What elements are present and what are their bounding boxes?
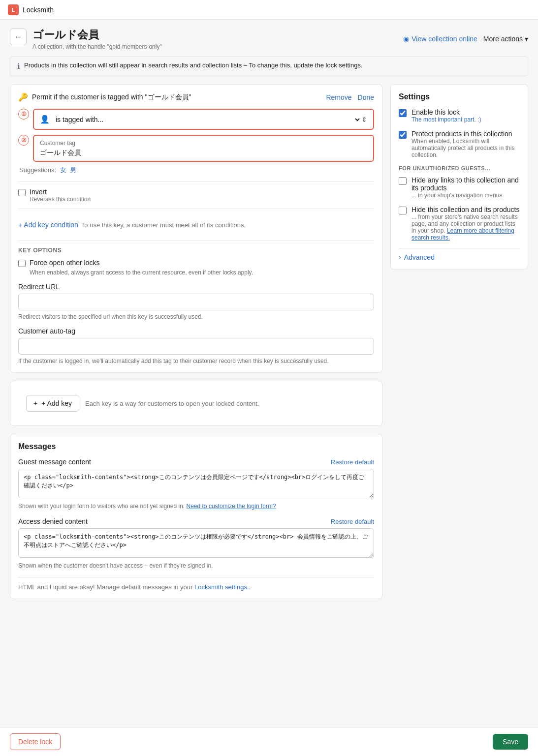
access-denied-desc: Shown when the customer doesn't have acc… <box>18 562 374 569</box>
key-title: 🔑 Permit if the customer is tagged with … <box>18 92 191 102</box>
more-actions-button[interactable]: More actions ▾ <box>483 35 528 43</box>
guest-message-label: Guest message content <box>18 458 91 466</box>
app-bar: L Locksmith <box>0 0 538 20</box>
key-header: 🔑 Permit if the customer is tagged with … <box>18 92 374 102</box>
settings-title: Settings <box>399 92 520 101</box>
sidebar: Settings Enable this lock The most impor… <box>390 84 528 270</box>
divider-1 <box>18 181 374 182</box>
hide-links-checkbox[interactable] <box>399 177 407 185</box>
enable-lock-label: Enable this lock <box>411 108 481 116</box>
force-open-desc: When enabled, always grant access to the… <box>30 269 374 276</box>
access-denied-textarea[interactable]: <p class="locksmith-contents"><strong>この… <box>18 528 374 558</box>
customer-tag-label: Customer tag <box>40 140 367 147</box>
view-collection-online-button[interactable]: ◉ View collection online <box>403 35 477 43</box>
hide-collection-label: Hide this collection and its products <box>411 206 520 213</box>
condition-row-1: ① 👤 is tagged with... ⇕ <box>18 109 374 135</box>
settings-card: Settings Enable this lock The most impor… <box>390 84 528 270</box>
hide-collection-desc: ... from your store's native search resu… <box>411 213 520 241</box>
redirect-url-desc: Redirect visitors to the specified url w… <box>18 313 374 320</box>
key-actions: Remove Done <box>326 93 374 101</box>
enable-lock-checkbox[interactable] <box>399 109 407 117</box>
condition-row-2: ② Customer tag <box>18 135 374 166</box>
invert-label: Invert <box>30 188 91 196</box>
hide-collection-row: Hide this collection and its products ..… <box>399 206 520 241</box>
page-header: ← ゴールド会員 A collection, with the handle "… <box>10 28 528 50</box>
suggestions: Suggestions: 女 男 <box>19 166 374 175</box>
remove-button[interactable]: Remove <box>326 93 351 101</box>
protect-products-row: Protect products in this collection When… <box>399 130 520 158</box>
guest-message-header: Guest message content Restore default <box>18 458 374 466</box>
divider-3 <box>18 241 374 241</box>
invert-row: Invert Reverses this condition <box>18 188 374 203</box>
hide-links-desc: ... in your shop's navigation menus. <box>411 192 520 199</box>
key-card: 🔑 Permit if the customer is tagged with … <box>10 84 382 373</box>
access-denied-restore-button[interactable]: Restore default <box>331 518 374 525</box>
add-key-condition: + Add key condition To use this key, a c… <box>18 215 374 235</box>
enable-lock-desc: The most important part. :) <box>411 116 481 123</box>
user-icon: 👤 <box>40 115 50 124</box>
messages-title: Messages <box>18 442 374 451</box>
suggestion-female[interactable]: 女 <box>60 166 66 174</box>
suggestion-male[interactable]: 男 <box>70 166 76 174</box>
advanced-row[interactable]: › Advanced <box>399 248 520 261</box>
tag-input-box: Customer tag <box>33 135 374 162</box>
force-open-row: Force open other locks <box>18 259 374 267</box>
badge-1: ① <box>18 109 29 120</box>
main-layout: 🔑 Permit if the customer is tagged with … <box>10 84 528 607</box>
add-key-button[interactable]: + + Add key <box>26 395 79 412</box>
page-title: ゴールド会員 <box>32 28 162 42</box>
invert-desc: Reverses this condition <box>30 196 91 203</box>
protect-products-label: Protect products in this collection <box>411 130 520 138</box>
auto-tag-input[interactable] <box>18 338 374 355</box>
condition-type-box: 👤 is tagged with... ⇕ <box>33 109 374 130</box>
main-content: 🔑 Permit if the customer is tagged with … <box>10 84 382 607</box>
add-key-condition-button[interactable]: + Add key condition <box>18 221 78 229</box>
page-header-actions: ◉ View collection online More actions ▾ <box>403 35 528 43</box>
access-denied-section: Access denied content Restore default <p… <box>18 517 374 569</box>
page-container: ← ゴールド会員 A collection, with the handle "… <box>0 20 538 646</box>
key-icon: 🔑 <box>18 92 28 102</box>
protect-products-checkbox[interactable] <box>399 131 407 139</box>
html-liquid-note: HTML and Liquid are okay! Manage default… <box>18 577 374 591</box>
locksmith-settings-link[interactable]: Locksmith settings. <box>194 583 249 591</box>
done-button[interactable]: Done <box>358 93 374 101</box>
plus-icon: + <box>33 399 37 407</box>
access-denied-label: Access denied content <box>18 517 88 525</box>
customize-login-link[interactable]: Need to customize the login form? <box>187 503 276 510</box>
chevron-down-icon: ▾ <box>525 35 528 43</box>
divider-2 <box>18 209 374 209</box>
add-key-note: Each key is a way for customers to open … <box>85 400 259 407</box>
add-condition-note: To use this key, a customer must meet al… <box>81 221 246 229</box>
messages-card: Messages Guest message content Restore d… <box>10 434 382 599</box>
hide-links-row: Hide any links to this collection and it… <box>399 176 520 199</box>
info-icon: ℹ <box>17 62 20 71</box>
guest-message-section: Guest message content Restore default <p… <box>18 458 374 510</box>
app-icon: L <box>8 4 19 15</box>
guest-message-textarea[interactable]: <p class="locksmith-contents"><strong>この… <box>18 469 374 498</box>
back-button[interactable]: ← <box>10 29 27 45</box>
access-denied-header: Access denied content Restore default <box>18 517 374 525</box>
force-open-label: Force open other locks <box>30 259 99 267</box>
hide-links-label: Hide any links to this collection and it… <box>411 176 520 192</box>
enable-lock-row: Enable this lock The most important part… <box>399 108 520 123</box>
customer-tag-input[interactable] <box>40 149 367 157</box>
condition-type-select[interactable]: is tagged with... <box>54 115 361 124</box>
page-header-left: ← ゴールド会員 A collection, with the handle "… <box>10 28 162 50</box>
hide-collection-checkbox[interactable] <box>399 207 407 214</box>
page-title-block: ゴールド会員 A collection, with the handle "go… <box>32 28 162 50</box>
guest-restore-button[interactable]: Restore default <box>331 458 374 466</box>
advanced-label: Advanced <box>404 253 435 261</box>
chevron-right-icon: › <box>399 253 401 261</box>
key-options-title: KEY OPTIONS <box>18 247 374 254</box>
redirect-url-input[interactable] <box>18 294 374 310</box>
protect-products-desc: When enabled, Locksmith will automatical… <box>411 138 520 158</box>
unauthorized-section-title: FOR UNAUTHORIZED GUESTS... <box>399 165 520 171</box>
invert-checkbox[interactable] <box>18 189 26 196</box>
add-key-card: + + Add key Each key is a way for custom… <box>10 381 382 426</box>
condition-select-wrapper: 👤 is tagged with... <box>40 115 361 124</box>
info-banner: ℹ Products in this collection will still… <box>10 56 528 76</box>
select-arrow-icon: ⇕ <box>361 116 367 123</box>
force-open-checkbox[interactable] <box>18 260 26 267</box>
redirect-url-label: Redirect URL <box>18 283 374 291</box>
add-key-section: + + Add key Each key is a way for custom… <box>18 389 374 418</box>
